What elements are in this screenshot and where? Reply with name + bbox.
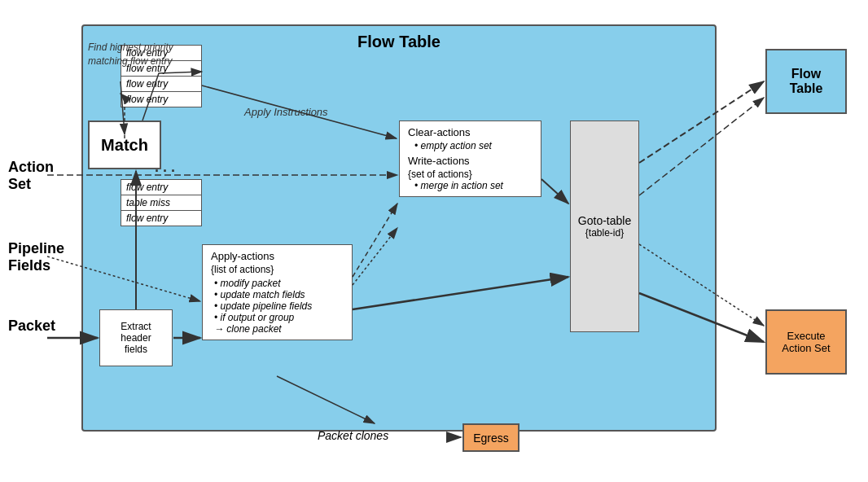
flow-entry-7: flow entry (121, 211, 201, 226)
find-priority-annotation: Find highest priority matching flow entr… (88, 41, 194, 68)
flow-entry-4: flow entry (121, 92, 201, 107)
packet-label: Packet (8, 318, 55, 335)
execute-action-line2: Action Set (782, 342, 830, 354)
egress-box: Egress (462, 423, 519, 452)
execute-action-set-box: Execute Action Set (765, 309, 847, 375)
apply-actions-subtitle: {list of actions} (211, 264, 344, 275)
diagram-container: Flow Table Action Set Pipeline Fields Pa… (0, 0, 868, 482)
apply-actions-box: Apply-actions {list of actions} • modify… (202, 244, 353, 340)
write-actions-subtitle: {set of actions} (408, 169, 533, 180)
match-box: Match (88, 120, 161, 169)
extract-box: Extract header fields (99, 309, 173, 366)
extract-text: Extract header fields (121, 321, 151, 355)
pipeline-fields-label: Pipeline Fields (8, 240, 64, 274)
apply-actions-item5: → clone packet (211, 323, 344, 335)
flow-entries-box2: flow entry table miss flow entry (121, 179, 202, 226)
flow-table-right-box: Flow Table (765, 49, 847, 114)
flow-table-right-line1: Flow (790, 67, 823, 81)
flow-entry-6: table miss (121, 195, 201, 211)
clear-actions-item: • empty action set (408, 140, 533, 151)
apply-actions-item3: • update pipeline fields (211, 300, 344, 312)
goto-table-box: Goto-table {table-id} (570, 120, 639, 332)
apply-actions-item2: • update match fields (211, 289, 344, 300)
apply-actions-item4: • if output or group (211, 312, 344, 323)
flow-table-title: Flow Table (357, 33, 441, 51)
apply-instructions-annotation: Apply Instructions (244, 106, 328, 118)
apply-actions-item1: • modify packet (211, 278, 344, 289)
flow-entry-5: flow entry (121, 180, 201, 195)
egress-label: Egress (473, 432, 509, 445)
write-actions-title: Write-actions (408, 155, 533, 167)
goto-table-line2: {table-id} (585, 227, 624, 239)
goto-table-line1: Goto-table (578, 214, 631, 227)
clear-write-box: Clear-actions • empty action set Write-a… (399, 120, 541, 197)
clear-actions-title: Clear-actions (408, 126, 533, 138)
packet-clones-label: Packet clones (318, 429, 388, 442)
execute-action-line1: Execute (782, 330, 830, 342)
action-set-label: Action Set (8, 159, 54, 193)
apply-actions-title: Apply-actions (211, 250, 344, 262)
write-actions-item: • merge in action set (408, 180, 533, 191)
flow-entry-3: flow entry (121, 77, 201, 92)
flow-table-right-line2: Table (790, 81, 823, 96)
